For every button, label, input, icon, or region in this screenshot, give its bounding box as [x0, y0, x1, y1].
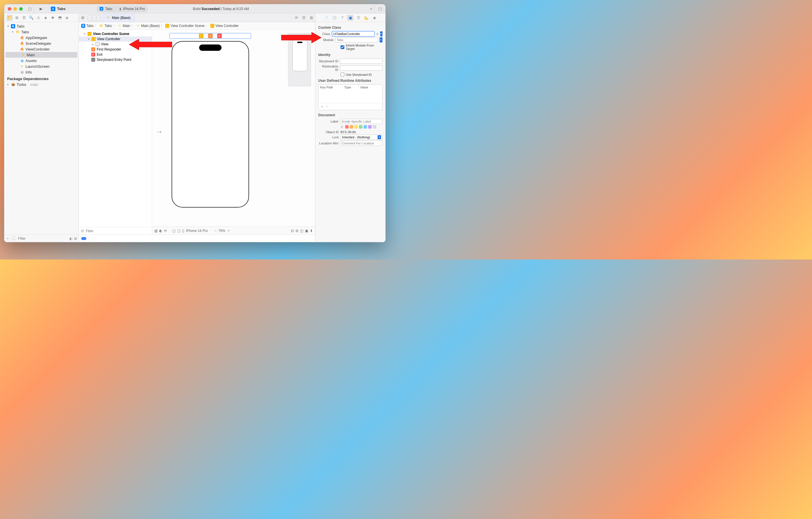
- nav-history[interactable]: 〈〉: [88, 15, 101, 21]
- navigator-filter-input[interactable]: [18, 237, 68, 241]
- use-storyboard-id-checkbox[interactable]: Use Storyboard ID: [341, 73, 382, 76]
- storyboard-id-input[interactable]: [340, 59, 382, 64]
- symbol-navigator-icon[interactable]: ☰: [21, 15, 27, 21]
- editor-area: ⊞ 〈〉 ✕Main (Base) ⟳ ☰ ⊞ ATabs〉 📁Tabs〉 ✕M…: [79, 13, 315, 242]
- close-icon[interactable]: [8, 7, 11, 10]
- filter-scope-icon[interactable]: ⌄: [11, 237, 17, 240]
- clear-icon[interactable]: ⊖: [376, 32, 378, 35]
- outline-scene[interactable]: ▾▢View Controller Scene: [79, 31, 152, 36]
- zoom-out-icon[interactable]: −: [214, 229, 216, 233]
- plus-button[interactable]: ＋: [367, 6, 375, 12]
- tree-file-scenedelegate[interactable]: 🔥SceneDelegate: [4, 40, 79, 46]
- label-input[interactable]: [340, 119, 382, 124]
- class-dropdown-icon[interactable]: ▾: [380, 31, 382, 36]
- restoration-id-label: Restoration ID: [318, 64, 338, 72]
- class-input[interactable]: [332, 31, 374, 36]
- filter-icon[interactable]: ⦿: [81, 229, 84, 233]
- minus-icon[interactable]: −: [326, 104, 328, 109]
- storyboard-canvas[interactable]: ◯ 1 E → ▥ ◐ ⟲ ▢: [152, 30, 315, 235]
- outline-filter-input[interactable]: [86, 229, 150, 233]
- resolve-icon[interactable]: ◫: [300, 229, 303, 233]
- module-dropdown-icon[interactable]: ▾: [380, 37, 382, 43]
- tree-file-info[interactable]: ▤Info: [4, 69, 79, 75]
- debug-toggle-icon[interactable]: [81, 237, 86, 240]
- tree-project-root[interactable]: ▾ATabs: [4, 23, 79, 29]
- attributes-inspector-icon[interactable]: ☲: [355, 15, 361, 21]
- project-navigator-icon[interactable]: 📁: [7, 15, 12, 21]
- embed-icon[interactable]: ▣: [305, 229, 308, 233]
- scm-filter-icon[interactable]: ⊞: [74, 237, 77, 241]
- download-icon[interactable]: ⬇: [310, 229, 313, 233]
- zoom-value[interactable]: 79%: [219, 229, 225, 233]
- plus-icon[interactable]: ＋: [320, 104, 324, 109]
- udra-table[interactable]: Key PathTypeValue ＋−: [318, 84, 382, 110]
- help-inspector-icon[interactable]: ?: [339, 15, 345, 21]
- outline-exit[interactable]: EExit: [79, 52, 152, 57]
- exit-icon[interactable]: E: [217, 34, 222, 38]
- tree-file-appdelegate[interactable]: 🔥AppDelegate: [4, 35, 79, 40]
- canvas-toolbar: ▥ ◐ ⟲ ▢ ▢ ▯ iPhone 14 Pro − 79%: [152, 226, 315, 235]
- tree-file-main[interactable]: ✕Main: [5, 52, 78, 58]
- identity-inspector-icon[interactable]: ▣: [347, 15, 353, 21]
- scheme-selector[interactable]: A Tabs 〉 ▮ iPhone 14 Pro: [97, 6, 147, 12]
- vc-icon: ◯: [210, 24, 214, 28]
- localizer-hint-input[interactable]: [340, 141, 382, 146]
- tree-file-assets[interactable]: ▦Assets: [4, 58, 79, 63]
- device-icon: ▮: [119, 7, 121, 11]
- lock-select[interactable]: Inherited - (Nothing)▾: [341, 135, 382, 140]
- add-editor-icon[interactable]: ⊞: [308, 16, 315, 20]
- localizer-hint-label: Localizer Hint: [318, 141, 338, 145]
- device-label[interactable]: iPhone 14 Pro: [186, 229, 208, 233]
- appearance-icon[interactable]: ◐: [159, 229, 162, 233]
- find-navigator-icon[interactable]: 🔍: [28, 15, 34, 21]
- annotation-arrow-icon: [129, 37, 172, 52]
- editor-tab[interactable]: ✕Main (Base): [102, 13, 135, 22]
- report-navigator-icon[interactable]: ≣: [64, 15, 70, 21]
- run-button[interactable]: ▶: [34, 6, 48, 12]
- connections-inspector-icon[interactable]: ◉: [371, 15, 378, 21]
- scene-dock[interactable]: ◯ 1 E: [169, 33, 251, 39]
- issue-navigator-icon[interactable]: ⚠: [35, 15, 41, 21]
- storyboard-icon: ✕: [136, 24, 140, 28]
- tree-group[interactable]: ▾📁Tabs: [4, 29, 79, 35]
- zoom-icon[interactable]: [19, 7, 23, 10]
- refresh-icon[interactable]: ⟳: [293, 16, 300, 20]
- history-inspector-icon[interactable]: 🕒: [331, 15, 338, 21]
- label-colors[interactable]: ✕: [341, 125, 382, 129]
- align-icon[interactable]: ⊡: [291, 229, 294, 233]
- recent-filter-icon[interactable]: ◐: [69, 237, 72, 241]
- breakpoint-navigator-icon[interactable]: ⬒: [57, 15, 63, 21]
- tree-file-launchscreen[interactable]: ✕LaunchScreen: [4, 63, 79, 69]
- entry-point-arrow-icon[interactable]: →: [155, 127, 163, 136]
- library-button[interactable]: ▢: [375, 6, 385, 12]
- test-navigator-icon[interactable]: ◈: [42, 15, 49, 21]
- layout-icon[interactable]: ▢: [177, 229, 180, 233]
- tree-package[interactable]: ▸📦Turbo main: [4, 82, 79, 87]
- restoration-id-input[interactable]: [340, 65, 382, 71]
- debug-navigator-icon[interactable]: ❖: [50, 15, 56, 21]
- outline-toggle-icon[interactable]: ▥: [154, 229, 157, 233]
- pin-icon[interactable]: ⊟: [295, 229, 298, 233]
- vc-icon[interactable]: ◯: [199, 34, 203, 38]
- first-responder-icon[interactable]: 1: [208, 34, 213, 38]
- module-input[interactable]: [336, 37, 378, 43]
- device-frame[interactable]: [172, 41, 249, 208]
- related-items-icon[interactable]: ⊞: [79, 16, 86, 20]
- outline-entry-point[interactable]: →Storyboard Entry Point: [79, 57, 152, 62]
- orientation-icon[interactable]: ⟲: [164, 229, 167, 233]
- plus-icon[interactable]: ＋: [6, 236, 9, 241]
- zoom-in-icon[interactable]: ＋: [227, 228, 230, 233]
- device-icon[interactable]: ▯: [182, 229, 184, 233]
- outline-footer: ⦿: [79, 227, 152, 235]
- file-inspector-icon[interactable]: 📄: [323, 15, 329, 21]
- size-inspector-icon[interactable]: 📐: [363, 15, 370, 21]
- inherit-module-checkbox[interactable]: Inherit Module From Target: [341, 44, 382, 51]
- minimize-icon[interactable]: [13, 7, 17, 10]
- sidebar-toggle-icon[interactable]: ▢: [26, 6, 34, 12]
- jump-bar[interactable]: ATabs〉 📁Tabs〉 ✕Main〉 ✕Main (Base)〉 ▢View…: [79, 22, 315, 30]
- source-control-icon[interactable]: ⧉: [14, 15, 20, 21]
- layout-icon[interactable]: ▢: [172, 229, 176, 233]
- object-id-value: BYZ-38-t0r: [341, 130, 356, 134]
- adjust-editor-icon[interactable]: ☰: [300, 16, 308, 20]
- tree-file-viewcontroller[interactable]: 🔥ViewController: [4, 46, 79, 52]
